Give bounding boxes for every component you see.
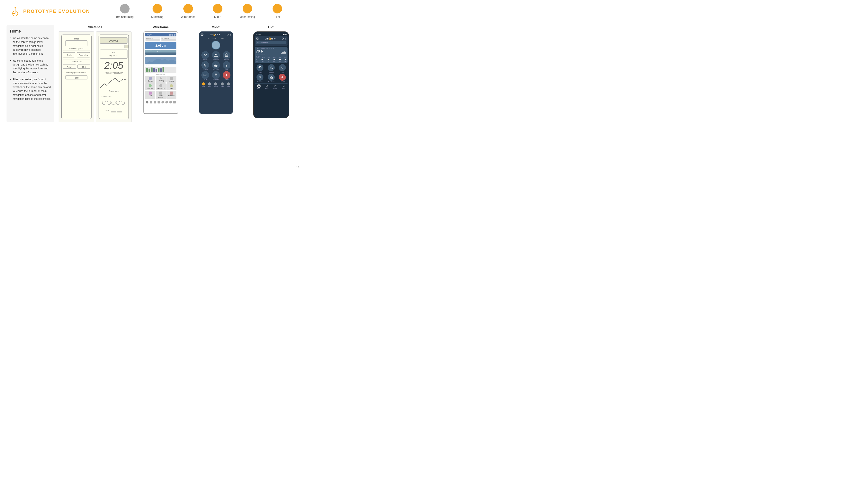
hf-search-placeholder: Find weather — [259, 42, 268, 43]
wf-start-label: Starting point — [146, 38, 160, 39]
wf-cell-nearme: Near ME — [145, 83, 155, 90]
svg-rect-80 — [285, 34, 286, 34]
bullet-3: After user testing, we found it was a ne… — [10, 77, 51, 101]
svg-point-95 — [266, 86, 267, 87]
mf-btn-bikeshops: Bike Shops — [211, 61, 221, 70]
header: PROTOTYPE EVOLUTION Brainstorming Sketch… — [0, 0, 304, 21]
svg-point-100 — [275, 85, 276, 86]
sketch-box-1: image my details (dates) + Route Packing… — [59, 31, 94, 122]
timeline-dot-wireframes — [183, 4, 193, 13]
svg-line-97 — [267, 86, 267, 86]
hf-btn-trails: Trails — [255, 64, 265, 73]
svg-text:ATM: ATM — [204, 75, 206, 76]
svg-rect-75 — [283, 34, 283, 35]
svg-point-2 — [14, 7, 16, 8]
svg-point-99 — [274, 85, 275, 86]
svg-text:my details (dates): my details (dates) — [69, 48, 83, 50]
svg-text:–: – — [61, 62, 62, 64]
content-area: Sketches image my details (dates) — [59, 25, 297, 122]
svg-point-72 — [216, 74, 217, 75]
svg-text:image: image — [74, 38, 79, 40]
mf-top-bar: unicycle — [200, 33, 231, 36]
mf-footer-home: Home — [202, 83, 205, 87]
svg-rect-79 — [286, 34, 287, 34]
timeline-dot-hifi — [273, 4, 282, 13]
mf-btn-atm: ATM ATM — [200, 71, 210, 80]
svg-marker-86 — [270, 67, 273, 69]
svg-rect-76 — [283, 34, 284, 35]
mf-grid: Routes Camping Lodging — [200, 51, 231, 80]
wf-cell-camping: Camping — [156, 76, 166, 83]
profile-icon — [282, 85, 285, 88]
timeline-step-wireframes: Wireframes — [181, 4, 195, 19]
wf-cell-hospitals: Hospitals — [166, 91, 177, 99]
sketch-svg-1: image my details (dates) + Route Packing… — [60, 33, 93, 121]
wf-grid: Routes Camping Lodging Near ME — [145, 76, 177, 99]
svg-rect-63 — [226, 56, 226, 57]
wf-end-label: Ending point — [161, 38, 176, 39]
wf-cell-food: Food — [166, 83, 177, 90]
share-icon — [265, 85, 269, 88]
left-panel: Home We wanted the home screen to be the… — [6, 25, 54, 122]
wf-weather-label: Weather — [145, 65, 177, 67]
mf-footer: Home Plan Record Share — [200, 81, 231, 87]
svg-text:GPS: GPS — [82, 66, 86, 68]
hf-weather-label: LAKE TAHOE WEATHER — [256, 48, 274, 50]
mf-btn-nearme: Near Me — [200, 61, 210, 70]
wireframe-title: Wireframe — [153, 25, 168, 29]
timeline-dot-midfi — [213, 4, 222, 13]
midfi-title: Mid-fi — [212, 25, 220, 29]
wf-time: 2:05pm — [145, 42, 177, 49]
hf-search[interactable]: Find weather — [256, 41, 286, 44]
timeline-line — [112, 9, 286, 9]
hf-footer-home: Home — [257, 85, 260, 89]
home-footer-icon — [202, 83, 205, 86]
timeline-dot-brainstorming — [120, 4, 129, 13]
mf-btn-camping: Camping — [211, 51, 221, 60]
hf-btn-food: Food — [277, 64, 288, 73]
svg-marker-49 — [145, 59, 177, 64]
mf-top-icons — [226, 34, 231, 36]
svg-rect-30 — [125, 45, 128, 48]
svg-point-96 — [267, 87, 268, 88]
hifi-column: HI-fi 10:15am unicyc — [245, 25, 297, 122]
wireframe-phone: unicycle Starting point Ending point — [144, 31, 178, 114]
midfi-column: Mid-fi unicycle Good Afternoon, Zak! — [190, 25, 242, 122]
page-number: 14 — [297, 165, 300, 168]
svg-text:–: – — [61, 67, 62, 69]
svg-text:TUE: TUE — [112, 51, 116, 53]
svg-rect-53 — [153, 68, 155, 72]
timeline: Brainstorming Sketching Wireframes Mid-f… — [103, 4, 295, 19]
svg-text:map: map — [106, 109, 110, 111]
svg-rect-54 — [156, 69, 157, 72]
mf-btn-lodging: Lodging — [222, 51, 231, 60]
mf-btn-restrooms: Restrooms — [211, 71, 221, 80]
svg-rect-50 — [146, 68, 148, 72]
wireframe-column: Wireframe unicycle Starting point — [135, 25, 187, 122]
sketches-column: Sketches image my details (dates) — [59, 25, 132, 122]
share-footer-icon — [221, 83, 224, 86]
svg-text:Packing List: Packing List — [79, 54, 89, 56]
timeline-step-sketching: Sketching — [151, 4, 163, 19]
svg-point-83 — [257, 42, 258, 43]
sketches-title: Sketches — [88, 25, 102, 29]
hf-weather-card: LAKE TAHOE WEATHER 70°F overcast clouds … — [255, 47, 287, 63]
timeline-dot-sketching — [153, 4, 162, 13]
svg-text:Thursday August 19th: Thursday August 19th — [104, 72, 123, 74]
mf-greeting: Good Afternoon, Zak! — [200, 37, 231, 39]
svg-point-71 — [215, 74, 216, 75]
sketch-box-2: PROFILE TUE Aug 12 - 14 2:05 Thursday Au… — [96, 31, 131, 122]
mf-btn-routes: Routes — [200, 51, 210, 60]
svg-text:Aug 12 - 14: Aug 12 - 14 — [109, 55, 118, 57]
bullet-2: We continued to refine the design and th… — [10, 59, 51, 74]
mf-footer-share: Share — [221, 83, 224, 87]
bullet-1: We wanted the home screen to be the cent… — [10, 36, 51, 56]
profile-footer-icon — [227, 83, 230, 86]
svg-rect-56 — [160, 68, 162, 72]
svg-point-88 — [259, 76, 260, 77]
timeline-step-usertesting: User testing — [240, 4, 255, 19]
svg-text:+ Route: + Route — [66, 54, 72, 56]
hifi-title: HI-fi — [268, 25, 274, 29]
hf-status-bar: 10:15am — [255, 34, 287, 36]
mf-btn-hospitals: Hospitals — [222, 71, 231, 80]
